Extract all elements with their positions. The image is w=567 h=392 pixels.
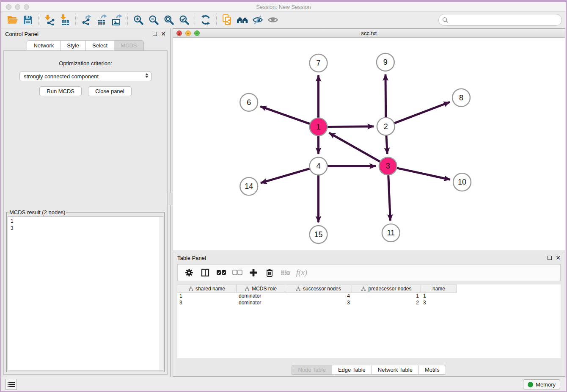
edge-3-1[interactable]	[329, 133, 381, 162]
tab-network[interactable]: Network	[27, 40, 61, 51]
edge-2-9[interactable]	[385, 75, 386, 119]
edge-2-3[interactable]	[386, 135, 387, 154]
table-cell[interactable]: 4	[285, 293, 352, 299]
edge-3-11[interactable]	[388, 174, 391, 221]
node-4[interactable]: 4	[310, 157, 328, 175]
columns-icon	[201, 268, 210, 277]
eye-slash-icon	[252, 14, 263, 25]
node-6[interactable]: 6	[240, 94, 258, 111]
table-cell[interactable]: 3	[421, 299, 457, 306]
search-input[interactable]	[451, 15, 561, 25]
table-panel-tabs: Node TableEdge TableNetwork TableMotifs	[173, 365, 565, 375]
table-cell[interactable]: 2	[352, 299, 421, 306]
node-15[interactable]: 15	[310, 226, 328, 243]
network-canvas[interactable]: 7968124314101511	[173, 38, 565, 251]
node-label: 11	[387, 229, 395, 237]
search-field[interactable]	[438, 14, 562, 26]
add-column-button[interactable]	[246, 266, 261, 279]
run-mcds-button[interactable]: Run MCDS	[39, 86, 82, 96]
table-cell[interactable]: 1	[177, 293, 237, 299]
tab-network-table[interactable]: Network Table	[372, 365, 419, 375]
tab-style[interactable]: Style	[60, 40, 86, 51]
task-history-button[interactable]	[6, 379, 17, 390]
float-table-panel-icon[interactable]	[548, 256, 552, 260]
table-cell[interactable]: 1	[421, 293, 457, 299]
zoom-out-button[interactable]	[146, 13, 161, 27]
delete-table-button[interactable]	[278, 266, 293, 279]
float-panel-icon[interactable]	[153, 32, 157, 36]
tab-select[interactable]: Select	[85, 40, 114, 51]
apply-layout-button[interactable]	[198, 13, 213, 27]
column-header-shared-name[interactable]: shared name	[177, 284, 237, 293]
edge-1-6[interactable]	[260, 106, 311, 124]
tab-motifs[interactable]: Motifs	[418, 365, 446, 375]
node-1[interactable]: 1	[310, 118, 328, 136]
node-14[interactable]: 14	[240, 177, 258, 195]
zoom-out-icon	[148, 14, 159, 25]
edge-3-10[interactable]	[396, 168, 450, 179]
select-all-rows-button[interactable]	[214, 266, 228, 279]
table-row[interactable]: 3dominator323	[177, 299, 561, 306]
table-cell[interactable]: 3	[285, 299, 352, 306]
open-session-button[interactable]	[5, 13, 20, 27]
result-scrollbar[interactable]	[159, 217, 163, 370]
mcds-result-text[interactable]: 1 3	[8, 216, 163, 371]
table-settings-button[interactable]	[182, 266, 196, 279]
show-all-button[interactable]	[265, 13, 281, 27]
node-11[interactable]: 11	[382, 224, 400, 242]
export-table-button[interactable]	[94, 13, 109, 27]
close-panel-icon[interactable]: ✕	[161, 32, 166, 36]
column-label: successor nodes	[303, 286, 341, 292]
export-network-icon	[81, 14, 92, 25]
network-window-titlebar: x − + scc.txt	[173, 29, 565, 38]
node-7[interactable]: 7	[310, 54, 328, 72]
node-9[interactable]: 9	[377, 53, 394, 71]
node-table: shared nameMCDS rolesuccessor nodesprede…	[177, 284, 561, 358]
table-cell[interactable]: 1	[352, 293, 421, 299]
zoom-selected-button[interactable]	[176, 13, 192, 27]
close-panel-button[interactable]: Close panel	[88, 86, 132, 96]
hide-selected-button[interactable]	[250, 13, 265, 27]
table-cell[interactable]: dominator	[237, 299, 285, 306]
network-close-button[interactable]: x	[176, 30, 182, 36]
table-row[interactable]: 1dominator411	[177, 293, 561, 299]
edge-4-14[interactable]	[261, 168, 311, 183]
table-cell[interactable]: dominator	[237, 293, 285, 299]
column-header-predecessor-nodes[interactable]: predecessor nodes	[352, 284, 421, 293]
export-image-button[interactable]	[109, 13, 124, 27]
panel-divider-grip[interactable]	[169, 193, 172, 205]
node-10[interactable]: 10	[453, 173, 471, 191]
save-session-button[interactable]	[20, 13, 36, 27]
edge-1-2[interactable]	[326, 127, 374, 127]
tab-mcds[interactable]: MCDS	[114, 40, 143, 51]
edge-2-8[interactable]	[394, 102, 450, 124]
column-header-name[interactable]: name	[421, 284, 457, 293]
column-header-MCDS-role[interactable]: MCDS role	[237, 284, 285, 293]
zoom-in-button[interactable]	[131, 13, 146, 27]
table-cell[interactable]: 3	[177, 299, 237, 306]
delete-column-button[interactable]	[262, 266, 277, 279]
node-2[interactable]: 2	[377, 118, 395, 135]
network-maximize-button[interactable]: +	[194, 30, 200, 36]
function-builder-button[interactable]: f(x)	[295, 266, 309, 279]
show-column-panel-button[interactable]	[198, 266, 212, 279]
node-3[interactable]: 3	[379, 157, 397, 175]
memory-button[interactable]: Memory	[523, 379, 560, 389]
new-network-from-selection-button[interactable]	[220, 13, 235, 27]
network-minimize-button[interactable]: −	[185, 30, 191, 36]
column-header-successor-nodes[interactable]: successor nodes	[285, 284, 352, 293]
export-network-button[interactable]	[79, 13, 94, 27]
tab-node-table[interactable]: Node Table	[292, 365, 332, 375]
import-table-button[interactable]	[57, 13, 72, 27]
memory-status-icon	[528, 382, 533, 387]
network-graph[interactable]: 7968124314101511	[173, 38, 565, 251]
criterion-dropdown[interactable]: strongly connected component	[19, 72, 151, 81]
table-toolbar: f(x)	[177, 264, 561, 281]
tab-edge-table[interactable]: Edge Table	[332, 365, 372, 375]
import-network-button[interactable]	[42, 13, 57, 27]
first-neighbors-button[interactable]	[235, 13, 250, 27]
node-8[interactable]: 8	[452, 89, 470, 107]
close-table-panel-icon[interactable]: ✕	[556, 256, 561, 260]
zoom-fit-button[interactable]	[161, 13, 176, 27]
deselect-all-rows-button[interactable]	[230, 266, 245, 279]
